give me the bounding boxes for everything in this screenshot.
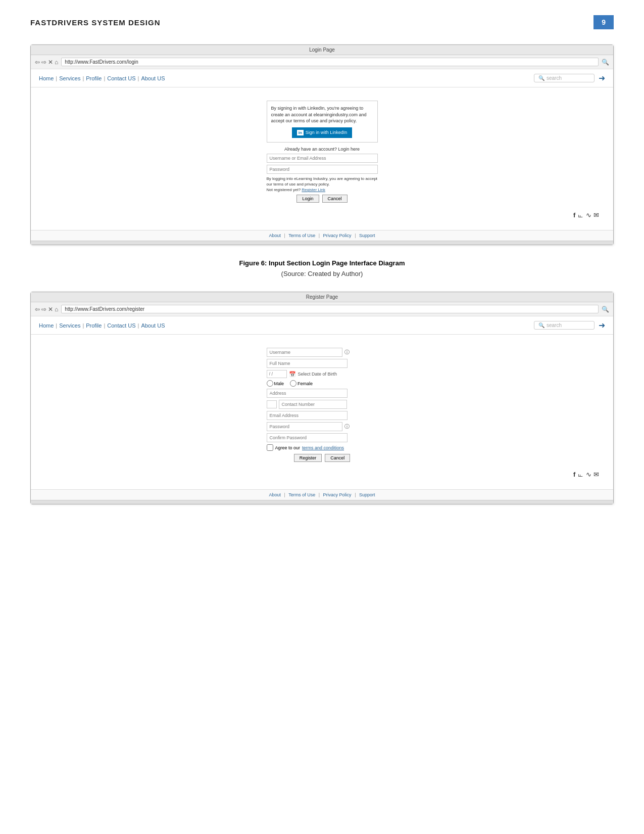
rss-icon[interactable]: ∿ [586, 211, 591, 219]
form-buttons: Login Cancel [267, 195, 378, 203]
reg-form-buttons: Register Cancel [267, 454, 378, 462]
reg-url-bar[interactable] [61, 305, 599, 313]
browser-search-icon[interactable]: 🔍 [602, 59, 609, 66]
reg-fullname-input[interactable] [267, 359, 348, 368]
login-browser-footer: About | Terms of Use | Privacy Policy | … [31, 230, 613, 241]
login-titlebar: Login Page [31, 45, 613, 55]
dob-input[interactable] [267, 370, 287, 378]
footer-support[interactable]: Support [359, 233, 375, 238]
twitter-icon[interactable]: 𝈯 [577, 211, 584, 219]
reg-nav-profile[interactable]: Profile [86, 322, 102, 329]
reg-address-input[interactable] [267, 389, 348, 398]
reg-nav-buttons: ⇦ ⇨ ✕ ⌂ [35, 306, 58, 313]
register-cancel-btn[interactable]: Cancel [325, 454, 350, 462]
reg-forward-btn[interactable]: ⇨ [41, 306, 46, 313]
reg-facebook-icon[interactable]: f [573, 471, 575, 478]
password-row: ⓘ [267, 422, 378, 431]
reg-login-arrow-icon[interactable]: ➜ [599, 320, 605, 330]
forward-btn[interactable]: ⇨ [41, 59, 46, 66]
back-btn[interactable]: ⇦ [35, 59, 40, 66]
nav-right: 🔍 search ➜ [534, 73, 605, 83]
password-input[interactable] [267, 165, 378, 174]
reg-phone-input[interactable] [279, 400, 347, 409]
login-box: By signing in with LinkedIn, you're agre… [267, 101, 378, 203]
terms-checkbox[interactable] [267, 444, 273, 451]
page-number: 9 [593, 15, 614, 29]
reg-email-icon[interactable]: ✉ [593, 471, 599, 478]
register-content: ⓘ 📅 Select Date of Birth Male Female [31, 335, 613, 489]
url-bar[interactable] [61, 58, 599, 66]
home-btn[interactable]: ⌂ [55, 59, 58, 66]
reg-rss-icon[interactable]: ∿ [586, 471, 591, 478]
gender-male-label[interactable]: Male [267, 380, 284, 387]
reg-email-input[interactable] [267, 411, 348, 420]
reg-nav-home[interactable]: Home [39, 322, 54, 329]
facebook-icon[interactable]: f [573, 211, 575, 219]
reg-password-input[interactable] [267, 422, 342, 431]
figure-source: (Source: Created by Author) [30, 270, 614, 277]
nav-profile[interactable]: Profile [86, 75, 102, 81]
reg-nav-links: Home | Services | Profile | Contact US |… [39, 322, 165, 329]
nav-home[interactable]: Home [39, 75, 54, 81]
close-btn[interactable]: ✕ [48, 59, 53, 66]
login-cancel-btn[interactable]: Cancel [322, 195, 348, 203]
reg-close-btn[interactable]: ✕ [48, 306, 53, 313]
dob-row: 📅 Select Date of Birth [267, 370, 378, 378]
footer-privacy[interactable]: Privacy Policy [323, 233, 352, 238]
phone-flag-input[interactable] [267, 400, 277, 408]
register-statusbar [31, 500, 613, 504]
already-account-text: Already have an account? Login here [267, 147, 378, 152]
login-site-nav: Home | Services | Profile | Contact US |… [31, 69, 613, 87]
login-browser-toolbar: ⇦ ⇨ ✕ ⌂ 🔍 [31, 55, 613, 69]
login-statusbar [31, 241, 613, 245]
register-site-nav: Home | Services | Profile | Contact US |… [31, 316, 613, 335]
reg-confirm-password-input[interactable] [267, 433, 348, 442]
reg-browser-search-icon[interactable]: 🔍 [602, 306, 609, 313]
reg-search-placeholder[interactable]: search [547, 322, 562, 328]
reg-nav-about[interactable]: About US [141, 322, 165, 329]
reg-footer-support[interactable]: Support [359, 492, 375, 497]
search-placeholder[interactable]: search [547, 75, 562, 81]
gender-male-radio[interactable] [267, 380, 273, 387]
reg-footer-about[interactable]: About [269, 492, 281, 497]
login-btn[interactable]: Login [296, 195, 319, 203]
reg-back-btn[interactable]: ⇦ [35, 306, 40, 313]
linkedin-agreement-text: By signing in with LinkedIn, you're agre… [271, 106, 367, 123]
linkedin-signin-btn[interactable]: in Sign in with LinkedIn [292, 127, 353, 138]
page-title: FASTDRIVERS SYSTEM DESIGN [30, 18, 161, 27]
username-row: ⓘ [267, 348, 378, 357]
calendar-icon[interactable]: 📅 [289, 371, 296, 378]
terms-link[interactable]: terms and conditions [302, 445, 344, 450]
username-input[interactable] [267, 154, 378, 163]
login-arrow-icon[interactable]: ➜ [599, 73, 605, 83]
login-social-icons: f 𝈯 ∿ ✉ [39, 208, 605, 222]
terms-row: Agree to our terms and conditions [267, 444, 378, 451]
search-icon: 🔍 [538, 75, 544, 81]
reg-home-btn[interactable]: ⌂ [55, 306, 58, 313]
register-link[interactable]: Register Link [302, 188, 325, 192]
reg-nav-services[interactable]: Services [59, 322, 80, 329]
register-browser-toolbar: ⇦ ⇨ ✕ ⌂ 🔍 [31, 302, 613, 316]
register-btn[interactable]: Register [294, 454, 322, 462]
page-header: FASTDRIVERS SYSTEM DESIGN 9 [30, 15, 614, 29]
footer-terms[interactable]: Terms of Use [288, 233, 315, 238]
footer-about[interactable]: About [269, 233, 281, 238]
nav-contact[interactable]: Contact US [107, 75, 135, 81]
password-info-icon: ⓘ [344, 423, 350, 430]
email-icon[interactable]: ✉ [593, 211, 599, 219]
nav-services[interactable]: Services [59, 75, 80, 81]
reg-username-input[interactable] [267, 348, 342, 357]
reg-nav-contact[interactable]: Contact US [107, 322, 135, 329]
gender-female-radio[interactable] [290, 380, 296, 387]
linkedin-text-block: By signing in with LinkedIn, you're agre… [267, 101, 378, 143]
phone-row [267, 400, 378, 409]
reg-twitter-icon[interactable]: 𝈯 [577, 471, 584, 478]
gender-row: Male Female [267, 380, 378, 387]
nav-about[interactable]: About US [141, 75, 165, 81]
reg-search-icon: 🔍 [538, 322, 544, 328]
login-form: By logging into eLearning Industry, you … [267, 154, 378, 203]
gender-female-label[interactable]: Female [290, 380, 313, 387]
reg-footer-privacy[interactable]: Privacy Policy [323, 492, 352, 497]
reg-footer-terms[interactable]: Terms of Use [288, 492, 315, 497]
search-box: 🔍 search [534, 74, 595, 82]
